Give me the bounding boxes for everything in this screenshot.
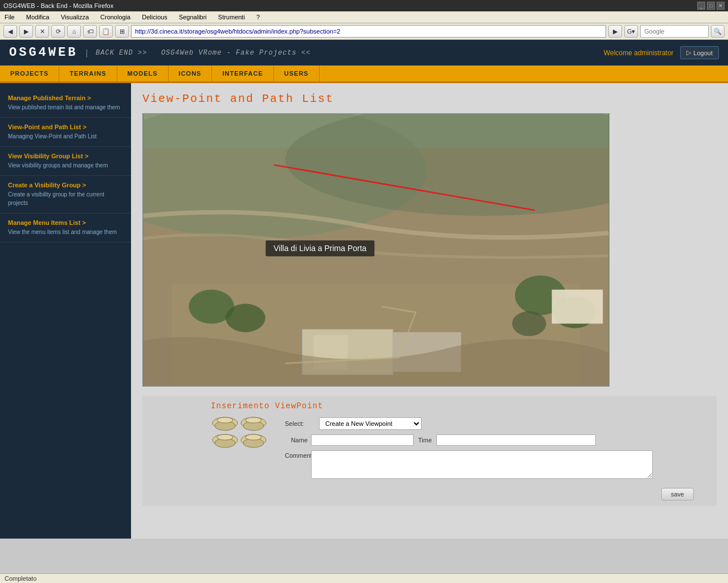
browser-window-controls: _ □ ✕ — [697, 2, 725, 10]
svg-point-18 — [217, 417, 233, 423]
app-container: OSG4WEB | BACK END >> OSG4Web VRome - Fa… — [0, 40, 728, 552]
name-input[interactable] — [311, 434, 414, 446]
sidebar-item-create-visibility[interactable]: Create a Visibility Group > Create a vis… — [0, 176, 131, 214]
svg-point-14 — [512, 311, 546, 336]
app-nav: PROJECTS TERRAINS MODELS ICONS INTERFACE… — [0, 65, 728, 83]
select-label: Select: — [285, 420, 319, 427]
menu-segnalibri[interactable]: Segnalibri — [177, 13, 209, 22]
svg-point-24 — [217, 434, 233, 440]
forward-button[interactable]: ▶ — [19, 25, 33, 38]
save-button[interactable]: save — [661, 488, 694, 500]
search-go-button[interactable]: 🔍 — [711, 25, 725, 38]
search-input[interactable] — [640, 25, 709, 38]
address-bar[interactable] — [131, 25, 606, 38]
app-header: OSG4WEB | BACK END >> OSG4Web VRome - Fa… — [0, 40, 728, 65]
nav-projects[interactable]: PROJECTS — [0, 65, 59, 81]
sidebar-item-menu-title[interactable]: Manage Menu Items List > — [8, 219, 123, 226]
svg-point-11 — [226, 304, 265, 332]
logout-icon: ▷ — [686, 49, 691, 56]
stop-button[interactable]: ✕ — [35, 25, 49, 38]
sidebar-item-visibility[interactable]: View Visibility Group List > View visibi… — [0, 147, 131, 176]
app-logo: OSG4WEB — [9, 46, 77, 60]
sidebar-item-terrain[interactable]: Manage Published Terrain > View publishe… — [0, 89, 131, 118]
browser-titlebar: OSG4WEB - Back End - Mozilla Firefox _ □… — [0, 0, 728, 11]
svg-rect-15 — [552, 290, 603, 324]
browser-menubar: File Modifica Visualizza Cronologia Deli… — [0, 11, 728, 23]
header-separator: | — [85, 48, 88, 58]
header-right: Welcome administrator ▷ Logout — [604, 46, 719, 59]
menu-file[interactable]: File — [2, 13, 17, 22]
viewpoint-select[interactable]: Create a New Viewpoint — [319, 417, 422, 430]
viewpoint-icons-svg — [205, 406, 273, 451]
sidebar-item-create-visibility-desc: Create a visibility group for the curren… — [8, 191, 104, 206]
sidebar-item-menu[interactable]: Manage Menu Items List > View the menu i… — [0, 214, 131, 243]
maximize-button[interactable]: □ — [707, 2, 715, 10]
bookmark-button[interactable]: 🏷 — [83, 25, 97, 38]
nav-users[interactable]: USERS — [274, 65, 320, 81]
welcome-text: Welcome administrator — [604, 49, 673, 57]
menu-cronologia[interactable]: Cronologia — [98, 13, 133, 22]
form-section: Inserimento ViewPoint — [142, 396, 717, 506]
nav-icons[interactable]: ICONS — [169, 65, 212, 81]
menu-visualizza[interactable]: Visualizza — [59, 13, 91, 22]
layout-button[interactable]: ⊞ — [115, 25, 129, 38]
browser-toolbar: ◀ ▶ ✕ ⟳ ⌂ 🏷 📋 ⊞ ▶ G▾ 🔍 — [0, 23, 728, 40]
terrain-image: Villa di Livia a Prima Porta — [142, 113, 610, 387]
browser-title: OSG4WEB - Back End - Mozilla Firefox — [3, 2, 113, 9]
nav-terrains[interactable]: TERRAINS — [59, 65, 117, 81]
content-area: View-Point and Path List — [131, 83, 728, 539]
sidebar-item-visibility-title[interactable]: View Visibility Group List > — [8, 153, 123, 159]
sidebar-item-terrain-title[interactable]: Manage Published Terrain > — [8, 95, 123, 101]
sidebar-item-create-visibility-title[interactable]: Create a Visibility Group > — [8, 182, 123, 188]
sidebar-item-menu-desc: View the menu items list and manage them — [8, 229, 117, 235]
save-row: save — [142, 488, 717, 500]
time-input[interactable] — [436, 434, 596, 446]
name-label: Name — [285, 437, 308, 444]
form-section-title: Inserimento ViewPoint — [211, 401, 717, 410]
refresh-button[interactable]: ⟳ — [51, 25, 65, 38]
back-button[interactable]: ◀ — [3, 25, 17, 38]
terrain-label: Villa di Livia a Prima Porta — [265, 240, 374, 256]
menu-modifica[interactable]: Modifica — [24, 13, 52, 22]
svg-point-21 — [246, 417, 261, 423]
g-button[interactable]: G▾ — [624, 25, 638, 38]
menu-delicious[interactable]: Delicious — [140, 13, 170, 22]
sidebar-item-visibility-desc: View visibility groups and manage them — [8, 162, 108, 169]
comment-textarea[interactable] — [311, 450, 653, 479]
minimize-button[interactable]: _ — [697, 2, 705, 10]
time-label: Time — [418, 437, 432, 444]
close-button[interactable]: ✕ — [717, 2, 725, 10]
sidebar-item-viewpoint-title[interactable]: View-Point and Path List > — [8, 124, 123, 130]
comment-label: Comment — [285, 452, 308, 459]
main-layout: Manage Published Terrain > View publishe… — [0, 83, 728, 539]
menu-help[interactable]: ? — [254, 13, 262, 22]
page-title: View-Point and Path List — [142, 92, 717, 105]
logout-button[interactable]: ▷ Logout — [680, 46, 719, 59]
go-button[interactable]: ▶ — [608, 25, 622, 38]
sidebar-item-terrain-desc: View published terrain list and manage t… — [8, 104, 120, 110]
sidebar-item-viewpoint-desc: Managing View-Point and Path List — [8, 133, 96, 139]
menu-strumenti[interactable]: Strumenti — [216, 13, 247, 22]
nav-models[interactable]: MODELS — [117, 65, 169, 81]
nav-interface[interactable]: INTERFACE — [212, 65, 273, 81]
screenshot-button[interactable]: 📋 — [99, 25, 113, 38]
form-select-row: Select: Create a New Viewpoint Name Time — [142, 417, 717, 483]
sidebar-item-viewpoint[interactable]: View-Point and Path List > Managing View… — [0, 118, 131, 147]
svg-point-27 — [246, 434, 261, 440]
home-button[interactable]: ⌂ — [67, 25, 81, 38]
app-subtitle: BACK END >> OSG4Web VRome - Fake Project… — [96, 49, 310, 57]
sidebar: Manage Published Terrain > View publishe… — [0, 83, 131, 539]
